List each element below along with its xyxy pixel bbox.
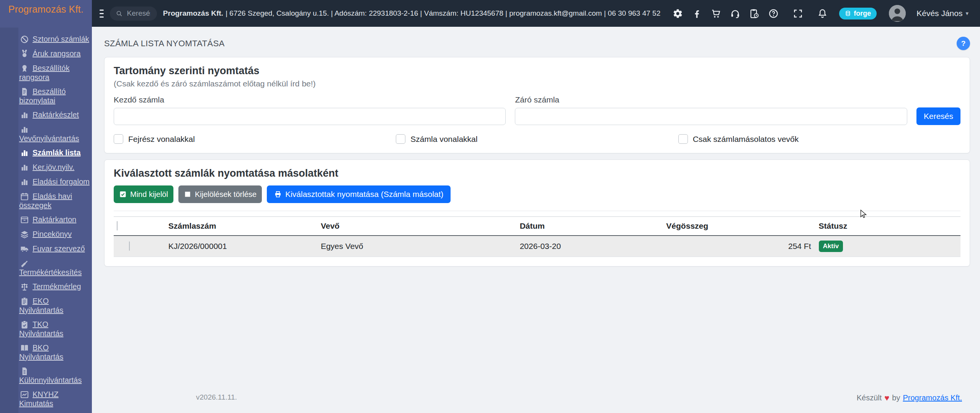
column-header: Számlaszám xyxy=(165,217,317,236)
invoice-lines-checkbox[interactable] xyxy=(396,134,405,144)
sidebar-item[interactable]: Raktárkészlet xyxy=(0,108,92,122)
select-all-button[interactable]: Mind kijelöl xyxy=(114,185,173,203)
sidebar-item[interactable]: TKO Nyilvántartás xyxy=(0,317,92,341)
date-cell: 2026-03-20 xyxy=(516,236,663,257)
print-selected-button[interactable]: Kiválasztottak nyomtatása (Számla másola… xyxy=(267,185,451,203)
header-lines-checkbox[interactable] xyxy=(114,134,123,144)
chevron-down-icon: ▾ xyxy=(965,10,969,17)
topbar: Programozás Kft.| 6726 Szeged, Csalogány… xyxy=(92,0,980,27)
forge-button[interactable]: forge xyxy=(839,8,877,20)
question-circle-icon[interactable] xyxy=(768,8,779,19)
sidebar-item[interactable]: Különnyilvántartás xyxy=(0,364,92,387)
clipboard-clock-icon[interactable] xyxy=(749,8,760,19)
database-icon xyxy=(845,10,851,16)
selection-card: Kiválasztott számlák nyomtatása másolatk… xyxy=(104,159,970,267)
sidebar-item-label: Raktárkészlet xyxy=(33,111,79,119)
user-menu[interactable]: Kévés János ▾ xyxy=(916,9,969,18)
sidebar-item[interactable]: Import Jöv. Nyilv. xyxy=(0,411,92,413)
sidebar-item-label: Pincekönyv xyxy=(33,230,72,238)
layers-icon xyxy=(19,230,29,239)
header-lines-label: Fejrész vonalakkal xyxy=(128,135,195,144)
status-cell: Aktív xyxy=(815,236,960,257)
range-print-card: Tartomány szerinti nyomtatás (Csak kezdő… xyxy=(104,57,970,153)
check-square-icon xyxy=(119,190,127,198)
sidebar-item[interactable]: Pincekönyv xyxy=(0,227,92,242)
headset-icon[interactable] xyxy=(730,8,740,19)
range-card-subtitle: (Csak kezdő és záró számlaszámot előtag … xyxy=(114,79,960,88)
ban-icon xyxy=(19,35,29,44)
clipboard-check-icon xyxy=(19,320,29,329)
search-button[interactable]: Keresés xyxy=(916,107,960,125)
table-header-row: SzámlaszámVevőDátumVégösszegStátusz xyxy=(114,217,960,236)
bell-icon[interactable] xyxy=(817,8,828,19)
clipboard-list-icon xyxy=(19,297,29,306)
column-header: Végösszeg xyxy=(662,217,815,236)
end-invoice-input[interactable] xyxy=(515,108,907,125)
help-button[interactable]: ? xyxy=(957,37,970,50)
truck-icon xyxy=(19,244,29,254)
sidebar-item[interactable]: Eladás havi összegek xyxy=(0,189,92,213)
sidebar-item[interactable]: Beszállítók rangsora xyxy=(0,61,92,85)
company-name: Programozás Kft. xyxy=(163,9,223,17)
sidebar-item[interactable]: Vevőnyilvántartás xyxy=(0,122,92,146)
sidebar-item-label: Áruk rangsora xyxy=(33,49,81,58)
sidebar-item-label: Raktárkarton xyxy=(33,215,77,224)
sidebar-item[interactable]: Beszállító bizonylatai xyxy=(0,85,92,108)
hamburger-menu-icon[interactable] xyxy=(100,10,104,18)
main-content: SZÁMLA LISTA NYOMTATÁSA ? Tartomány szer… xyxy=(92,27,980,413)
version-label: v2026.11.11. xyxy=(196,393,237,402)
column-header: Dátum xyxy=(516,217,663,236)
page-title: SZÁMLA LISTA NYOMTATÁSA xyxy=(104,39,225,49)
search-box[interactable] xyxy=(110,7,157,21)
printer-icon xyxy=(274,190,282,198)
invoice-table: SzámlaszámVevőDátumVégösszegStátusz KJ/2… xyxy=(114,216,960,257)
sidebar-item[interactable]: EKO Nyilvántartás xyxy=(0,294,92,317)
status-badge: Aktív xyxy=(819,241,843,252)
heart-icon: ♥ xyxy=(884,394,889,402)
sidebar-item[interactable]: Áruk rangsora xyxy=(0,47,92,61)
start-invoice-input[interactable] xyxy=(114,108,506,125)
sidebar-item[interactable]: Számlák lista xyxy=(0,146,92,160)
sidebar-item[interactable]: Termékmérleg xyxy=(0,280,92,294)
award-icon xyxy=(19,64,29,73)
square-icon xyxy=(184,190,191,198)
sidebar-item[interactable]: Fuvar szervező xyxy=(0,242,92,256)
row-checkbox[interactable] xyxy=(129,241,130,251)
search-icon xyxy=(116,10,123,17)
sidebar-item[interactable]: Ker.jöv.nyilv. xyxy=(0,160,92,175)
topbar-icons xyxy=(673,8,828,19)
sidebar-item[interactable]: Sztornó számlák xyxy=(0,32,92,47)
archive-icon xyxy=(19,215,29,224)
bar-chart-icon xyxy=(19,148,29,158)
selection-card-title: Kiválasztott számlák nyomtatása másolatk… xyxy=(114,167,960,179)
copy-customers-checkbox[interactable] xyxy=(678,134,688,144)
invoice-lines-label: Számla vonalakkal xyxy=(410,135,477,144)
footer-company-link[interactable]: Programozás Kft. xyxy=(903,393,962,402)
sidebar-item[interactable]: Termékértékesítés xyxy=(0,256,92,280)
sidebar-item[interactable]: KNYHZ Kimutatás xyxy=(0,387,92,411)
fullscreen-icon[interactable] xyxy=(793,8,803,19)
scale-icon xyxy=(19,282,29,291)
select-all-checkbox[interactable] xyxy=(117,221,118,231)
table-row[interactable]: KJ/2026/000001Egyes Vevő2026-03-20254 Ft… xyxy=(114,236,960,257)
row-checkbox-cell xyxy=(114,236,165,257)
range-card-title: Tartomány szerinti nyomtatás xyxy=(114,65,960,77)
avatar[interactable] xyxy=(889,5,906,22)
medal-icon xyxy=(19,49,29,59)
clear-selection-button[interactable]: Kijelölések törlése xyxy=(178,185,262,203)
gear-icon[interactable] xyxy=(673,8,683,19)
column-header: Státusz xyxy=(815,217,960,236)
sidebar-item-label: Fuvar szervező xyxy=(33,244,85,253)
user-name: Kévés János xyxy=(916,9,962,18)
app-window: Programozás Kft. Sztornó számlákÁruk ran… xyxy=(0,0,980,413)
book-open-icon xyxy=(19,343,29,353)
invoice-number-cell: KJ/2026/000001 xyxy=(165,236,317,257)
search-input[interactable] xyxy=(126,9,151,18)
sidebar-item[interactable]: Raktárkarton xyxy=(0,213,92,227)
sidebar-item-label: Vevőnyilvántartás xyxy=(19,134,79,143)
chart-line-icon xyxy=(19,390,29,399)
sidebar-item[interactable]: BKO Nyilvántartás xyxy=(0,341,92,364)
cart-icon[interactable] xyxy=(711,8,721,19)
sidebar-item[interactable]: Eladási forgalom xyxy=(0,175,92,189)
facebook-icon[interactable] xyxy=(692,8,702,19)
